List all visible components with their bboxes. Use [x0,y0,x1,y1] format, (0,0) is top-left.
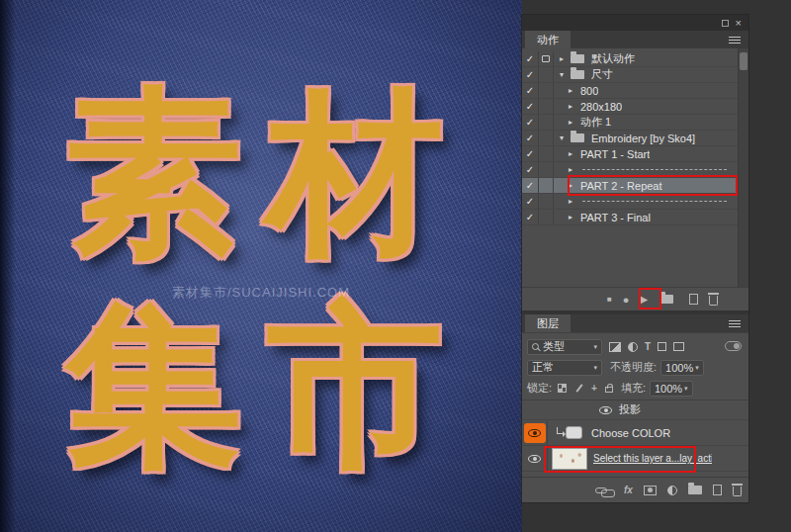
action-row-separator[interactable]: ✓ ▸ [522,194,748,210]
stop-button[interactable]: ■ [607,295,612,304]
action-check-icon[interactable]: ✓ [522,67,539,82]
expand-arrow-icon[interactable]: ▸ [563,197,578,206]
filter-kind-select[interactable]: 类型 ▾ [527,339,602,355]
action-row-part1[interactable]: ✓ ▸ PART 1 - Start [522,146,748,162]
action-check-icon[interactable]: ✓ [522,99,539,114]
delete-layer-button[interactable] [733,487,742,496]
action-label: Embroidery [by Sko4] [591,133,695,144]
action-dialog-toggle[interactable] [539,178,554,193]
lock-position-icon[interactable]: + [591,383,597,394]
visibility-column[interactable] [522,446,548,471]
action-dialog-toggle[interactable] [539,162,554,177]
new-action-button[interactable] [689,294,698,305]
tab-actions[interactable]: 动作 [525,31,571,48]
action-row-size-set[interactable]: ✓ ▾ 尺寸 [522,67,748,83]
effect-label: 投影 [619,402,641,417]
dialog-toggle-icon [542,55,550,62]
add-mask-button[interactable] [644,486,657,495]
expand-arrow-icon[interactable]: ▸ [563,181,578,190]
blend-mode-select[interactable]: 正常 ▾ [527,360,602,376]
layer-style-fx-button[interactable]: fx [624,485,633,495]
panel-menu-icon[interactable] [729,40,741,41]
expand-arrow-icon[interactable]: ▸ [554,54,570,63]
new-layer-button[interactable] [713,485,722,495]
action-check-icon[interactable]: ✓ [522,194,539,209]
link-layers-button[interactable] [595,488,607,493]
layers-filter-row: 类型 ▾ T [527,336,744,357]
chevron-down-icon: ▾ [593,343,597,351]
opacity-label: 不透明度: [610,360,657,375]
eye-highlight[interactable] [524,423,546,443]
action-row-default-set[interactable]: ✓ ▸ 默认动作 [522,51,748,67]
expand-arrow-icon[interactable]: ▾ [554,133,570,142]
opacity-select[interactable]: 100% ▾ [660,360,704,376]
action-row-action1[interactable]: ✓ ▸ 动作 1 [522,115,748,131]
action-check-icon[interactable]: ✓ [522,178,539,193]
visibility-eye-icon[interactable] [528,429,541,437]
action-set-folder-icon [571,133,584,142]
lock-transparency-icon[interactable] [558,384,567,393]
play-button[interactable]: ▶ [641,294,649,305]
action-dialog-toggle[interactable] [539,131,554,145]
expand-arrow-icon[interactable]: ▸ [563,102,578,111]
expand-arrow-icon[interactable]: ▸ [563,86,578,95]
expand-arrow-icon[interactable]: ▾ [554,70,570,79]
action-check-icon[interactable]: ✓ [522,131,539,145]
action-dialog-toggle[interactable] [539,210,554,224]
collapse-panel-icon[interactable] [722,20,729,27]
action-row-embroidery-set[interactable]: ✓ ▾ Embroidery [by Sko4] [522,131,748,146]
filter-toggle-switch[interactable] [725,341,742,351]
action-row-separator[interactable]: ✓ ▸ [522,162,748,178]
expand-arrow-icon[interactable]: ▸ [563,165,578,174]
action-row-part2-selected[interactable]: ✓ ▸ PART 2 - Repeat [522,178,748,194]
action-dialog-toggle[interactable] [539,67,554,82]
lock-pixels-icon[interactable] [574,384,583,394]
action-dialog-toggle[interactable] [539,146,554,161]
filter-shape-layers-icon[interactable] [658,342,666,351]
expand-arrow-icon[interactable]: ▸ [563,213,578,222]
action-check-icon[interactable]: ✓ [522,210,539,224]
expand-arrow-icon[interactable]: ▸ [563,118,578,127]
action-dialog-toggle[interactable] [539,99,554,114]
action-check-icon[interactable]: ✓ [522,115,539,130]
action-check-icon[interactable]: ✓ [522,146,539,161]
new-group-button[interactable] [688,486,702,494]
action-check-icon[interactable]: ✓ [522,51,539,66]
action-row-part3[interactable]: ✓ ▸ PART 3 - Final [522,210,748,225]
fill-select[interactable]: 100% ▾ [650,381,693,397]
filter-type-layers-icon[interactable]: T [645,341,651,352]
document-canvas[interactable]: 素材 集市 素材集市/SUCAIJISHI.COM [0,0,522,532]
action-row-280x180[interactable]: ✓ ▸ 280x180 [522,99,748,115]
action-row-800[interactable]: ✓ ▸ 800 [522,83,748,99]
action-dialog-toggle[interactable] [539,83,554,98]
new-adjustment-layer-button[interactable] [667,486,677,495]
layer-row-choose-color[interactable]: Choose COLOR [522,420,748,446]
close-panel-icon[interactable]: × [736,18,742,29]
panel-menu-icon[interactable] [729,323,741,324]
filter-pixel-layers-icon[interactable] [609,342,621,352]
lock-row: 锁定: + 填充: 100% ▾ [527,378,744,399]
action-check-icon[interactable]: ✓ [522,83,539,98]
action-dialog-toggle[interactable] [539,51,554,66]
scrollbar-thumb[interactable] [740,52,747,70]
visibility-eye-icon[interactable] [528,455,541,463]
lock-all-icon[interactable] [605,387,613,393]
delete-action-button[interactable] [709,296,718,306]
tab-layers[interactable]: 图层 [525,314,571,332]
record-button[interactable]: ● [623,294,630,306]
filter-adjustment-layers-icon[interactable] [628,342,638,352]
visibility-column[interactable] [522,420,548,445]
action-dialog-toggle[interactable] [539,194,554,209]
action-check-icon[interactable]: ✓ [522,162,539,177]
layer-thumbnail[interactable] [552,448,587,470]
filter-smart-objects-icon[interactable] [673,342,684,351]
action-label: 800 [580,85,598,97]
visibility-eye-icon[interactable] [599,406,612,414]
layer-effect-row[interactable]: 投影 [522,400,748,420]
action-dialog-toggle[interactable] [539,115,554,130]
expand-arrow-icon[interactable]: ▸ [563,149,578,158]
new-set-button[interactable] [659,295,673,304]
layer-row-select-this-layer[interactable]: Select this layer a...lay_action PART 2 [522,446,748,472]
action-label: PART 2 - Repeat [580,180,662,192]
actions-scrollbar[interactable] [738,48,748,287]
